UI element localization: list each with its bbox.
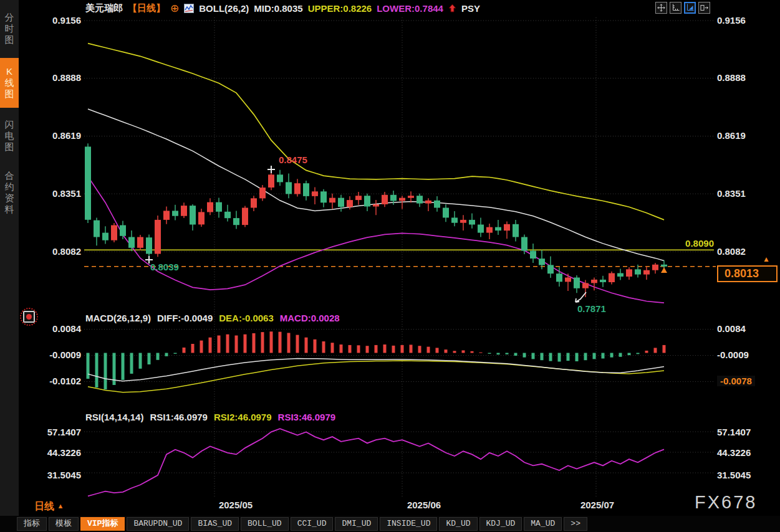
period-selector-label: 日线	[34, 501, 54, 511]
price-lines	[84, 250, 716, 267]
sidebar-item-label: 分时图	[4, 12, 14, 45]
april-low-label: 0.8039	[150, 262, 179, 272]
up-arrow-icon	[448, 4, 456, 13]
sidebar-item-label: K线图	[4, 66, 14, 100]
rsi3-value: RSI3:46.0979	[278, 412, 336, 422]
rsi-line	[88, 429, 664, 496]
rsi2-value: RSI2:46.0979	[214, 412, 272, 422]
rsi-axis-right-label: 57.1407	[717, 427, 751, 437]
left-sidebar: 分时图K线图闪电图合约资料	[0, 0, 19, 516]
rsi-axis-right-label: 31.5045	[717, 470, 751, 480]
tab-ma_ud[interactable]: MA_UD	[524, 517, 562, 531]
watermark: FX678	[695, 492, 757, 513]
alarm-record-icon	[23, 311, 35, 323]
price-up-arrow-icon: ▲	[763, 255, 770, 264]
main-axis-left-label: 0.8619	[25, 130, 81, 141]
chart-toolbar	[655, 2, 710, 14]
boll-label: BOLL(26,2)	[199, 3, 249, 14]
app-root: 分时图K线图闪电图合约资料 美元瑞郎 【日线】 ⊕ BOLL(26,2) MID…	[0, 0, 780, 532]
rsi-title: RSI(14,14,14)	[85, 412, 143, 422]
period-tag: 【日线】	[128, 2, 165, 14]
expand-plus-icon[interactable]: ⊕	[170, 3, 179, 14]
macd-diff-value: DIFF:-0.0049	[157, 313, 213, 323]
main-axis-left-label: 0.8888	[25, 72, 81, 83]
macd-current-axis-label: -0.0078	[717, 376, 755, 386]
rsi-panel-header: RSI(14,14,14) RSI1:46.0979 RSI2:46.0979 …	[85, 412, 335, 422]
last-price-box: 0.8013	[717, 265, 778, 282]
macd-macd-value: MACD:0.0028	[280, 313, 340, 323]
period-selector[interactable]: 日线 ▲	[34, 500, 64, 513]
main-axis-right-label: 0.8082	[717, 246, 746, 257]
main-axis-right-label: 0.8888	[717, 72, 746, 83]
boll-mid-value: MID:0.8035	[254, 3, 302, 14]
psy-label: PSY	[461, 3, 480, 14]
macd-axis-right-label: 0.0084	[717, 323, 746, 334]
symbol-name: 美元瑞郎	[85, 2, 123, 14]
x-axis-date-label: 2025/05	[208, 500, 264, 510]
tab-barupdn_ud[interactable]: BARUPDN_UD	[127, 517, 189, 531]
sidebar-item-label: 合约资料	[4, 170, 14, 215]
tab-dmi_ud[interactable]: DMI_UD	[335, 517, 378, 531]
gridlines	[84, 17, 714, 497]
candlestick-mini-icon	[184, 4, 194, 13]
macd-panel-header: MACD(26,12,9) DIFF:-0.0049 DEA:-0.0063 M…	[85, 313, 340, 323]
tab-inside_ud[interactable]: INSIDE_UD	[380, 517, 437, 531]
tab--[interactable]: 指标	[17, 517, 47, 531]
rsi1-value: RSI1:46.0979	[150, 412, 208, 422]
period-dropdown-arrow-icon: ▲	[57, 502, 64, 510]
tab-vip-[interactable]: VIP指标	[80, 517, 125, 531]
tab-bias_ud[interactable]: BIAS_UD	[191, 517, 239, 531]
tab-kdj_ud[interactable]: KDJ_UD	[479, 517, 522, 531]
x-axis-date-label: 2025/06	[396, 500, 452, 510]
high-price-label: 0.8475	[279, 154, 307, 165]
x-axis-date-label: 2025/07	[569, 500, 625, 510]
main-axis-left-label: 0.8082	[25, 246, 81, 257]
indicator-tabbar: 指标模板VIP指标BARUPDN_UDBIAS_UDBOLL_UDCCI_UDD…	[0, 516, 780, 532]
macd-axis-right-label: -0.0009	[717, 349, 749, 360]
chart-canvas[interactable]	[0, 0, 780, 532]
boll-lower-value: LOWER:0.7844	[377, 3, 443, 14]
rsi-axis-left-label: 31.5045	[25, 470, 81, 480]
tab-kd_ud[interactable]: KD_UD	[439, 517, 477, 531]
chart-header: 美元瑞郎 【日线】 ⊕ BOLL(26,2) MID:0.8035 UPPER:…	[85, 1, 480, 15]
tab--[interactable]: 模板	[49, 517, 79, 531]
collapse-panel-icon[interactable]	[698, 2, 710, 14]
main-axis-left-label: 0.9156	[25, 15, 81, 26]
july-low-label: 0.7871	[577, 303, 606, 314]
macd-plot	[87, 331, 666, 392]
sidebar-item-label: 闪电图	[4, 119, 14, 153]
rsi-axis-left-label: 44.3226	[25, 447, 81, 458]
rsi-axis-right-label: 44.3226	[717, 447, 751, 458]
main-axis-right-label: 0.9156	[717, 15, 746, 26]
macd-axis-left-label: 0.0084	[25, 323, 81, 334]
candles	[85, 143, 667, 297]
tab-cci_ud[interactable]: CCI_UD	[291, 517, 334, 531]
macd-title: MACD(26,12,9)	[85, 313, 151, 323]
tab-boll_ud[interactable]: BOLL_UD	[241, 517, 289, 531]
main-axis-right-label: 0.8619	[717, 130, 746, 141]
boll-upper-value: UPPER:0.8226	[308, 3, 372, 14]
sidebar-item-kline-chart[interactable]: K线图	[0, 58, 19, 108]
sidebar-item-contract-info[interactable]: 合约资料	[0, 167, 19, 218]
macd-dea-value: DEA:-0.0063	[219, 313, 274, 323]
macd-axis-left-label: -0.0009	[25, 349, 81, 360]
axis-scale-icon[interactable]	[670, 2, 681, 14]
sidebar-item-time-chart[interactable]: 分时图	[0, 9, 19, 49]
alert-line-label: 0.8090	[670, 238, 714, 249]
move-crosshair-icon[interactable]	[655, 2, 667, 14]
rsi-axis-left-label: 57.1407	[25, 427, 81, 437]
sidebar-item-flash-chart[interactable]: 闪电图	[0, 116, 19, 156]
chart-play-icon[interactable]	[684, 2, 696, 14]
main-axis-left-label: 0.8351	[25, 188, 81, 199]
chart-markers	[145, 166, 667, 302]
macd-axis-left-label: -0.0102	[25, 376, 81, 386]
tab->>[interactable]: >>	[564, 517, 587, 531]
main-axis-right-label: 0.8351	[717, 188, 746, 199]
